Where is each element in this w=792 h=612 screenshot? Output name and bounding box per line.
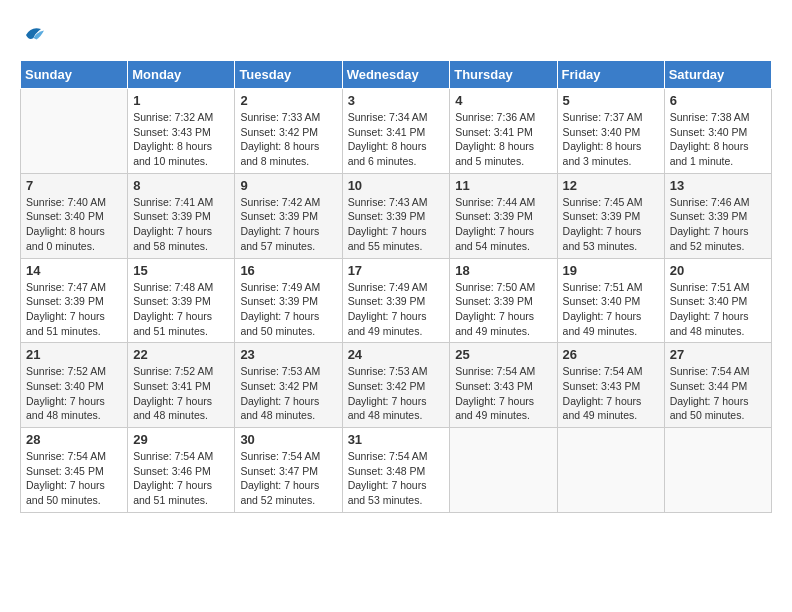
calendar-cell: 11Sunrise: 7:44 AM Sunset: 3:39 PM Dayli… — [450, 173, 557, 258]
day-number: 29 — [133, 432, 229, 447]
calendar-cell: 27Sunrise: 7:54 AM Sunset: 3:44 PM Dayli… — [664, 343, 771, 428]
day-info: Sunrise: 7:54 AM Sunset: 3:45 PM Dayligh… — [26, 449, 122, 508]
day-info: Sunrise: 7:54 AM Sunset: 3:48 PM Dayligh… — [348, 449, 445, 508]
day-number: 8 — [133, 178, 229, 193]
day-number: 25 — [455, 347, 551, 362]
day-info: Sunrise: 7:36 AM Sunset: 3:41 PM Dayligh… — [455, 110, 551, 169]
day-info: Sunrise: 7:32 AM Sunset: 3:43 PM Dayligh… — [133, 110, 229, 169]
day-info: Sunrise: 7:54 AM Sunset: 3:47 PM Dayligh… — [240, 449, 336, 508]
calendar-cell — [21, 89, 128, 174]
calendar-cell: 26Sunrise: 7:54 AM Sunset: 3:43 PM Dayli… — [557, 343, 664, 428]
calendar-cell: 28Sunrise: 7:54 AM Sunset: 3:45 PM Dayli… — [21, 428, 128, 513]
calendar-cell — [450, 428, 557, 513]
calendar-cell: 23Sunrise: 7:53 AM Sunset: 3:42 PM Dayli… — [235, 343, 342, 428]
calendar-cell: 8Sunrise: 7:41 AM Sunset: 3:39 PM Daylig… — [128, 173, 235, 258]
calendar-week-5: 28Sunrise: 7:54 AM Sunset: 3:45 PM Dayli… — [21, 428, 772, 513]
day-number: 5 — [563, 93, 659, 108]
calendar-cell: 5Sunrise: 7:37 AM Sunset: 3:40 PM Daylig… — [557, 89, 664, 174]
calendar-cell: 17Sunrise: 7:49 AM Sunset: 3:39 PM Dayli… — [342, 258, 450, 343]
day-info: Sunrise: 7:40 AM Sunset: 3:40 PM Dayligh… — [26, 195, 122, 254]
calendar-cell: 18Sunrise: 7:50 AM Sunset: 3:39 PM Dayli… — [450, 258, 557, 343]
day-info: Sunrise: 7:34 AM Sunset: 3:41 PM Dayligh… — [348, 110, 445, 169]
day-number: 21 — [26, 347, 122, 362]
day-info: Sunrise: 7:42 AM Sunset: 3:39 PM Dayligh… — [240, 195, 336, 254]
day-number: 28 — [26, 432, 122, 447]
calendar-cell: 14Sunrise: 7:47 AM Sunset: 3:39 PM Dayli… — [21, 258, 128, 343]
day-number: 19 — [563, 263, 659, 278]
day-number: 31 — [348, 432, 445, 447]
day-number: 30 — [240, 432, 336, 447]
calendar-cell: 25Sunrise: 7:54 AM Sunset: 3:43 PM Dayli… — [450, 343, 557, 428]
calendar-cell: 6Sunrise: 7:38 AM Sunset: 3:40 PM Daylig… — [664, 89, 771, 174]
calendar-cell: 30Sunrise: 7:54 AM Sunset: 3:47 PM Dayli… — [235, 428, 342, 513]
calendar-week-4: 21Sunrise: 7:52 AM Sunset: 3:40 PM Dayli… — [21, 343, 772, 428]
calendar-table: SundayMondayTuesdayWednesdayThursdayFrid… — [20, 60, 772, 513]
weekday-header-saturday: Saturday — [664, 61, 771, 89]
day-info: Sunrise: 7:54 AM Sunset: 3:46 PM Dayligh… — [133, 449, 229, 508]
day-number: 10 — [348, 178, 445, 193]
day-info: Sunrise: 7:33 AM Sunset: 3:42 PM Dayligh… — [240, 110, 336, 169]
weekday-header-thursday: Thursday — [450, 61, 557, 89]
day-number: 26 — [563, 347, 659, 362]
page-header — [20, 20, 772, 50]
logo — [20, 20, 54, 50]
day-number: 7 — [26, 178, 122, 193]
calendar-cell: 3Sunrise: 7:34 AM Sunset: 3:41 PM Daylig… — [342, 89, 450, 174]
calendar-cell: 10Sunrise: 7:43 AM Sunset: 3:39 PM Dayli… — [342, 173, 450, 258]
calendar-cell: 22Sunrise: 7:52 AM Sunset: 3:41 PM Dayli… — [128, 343, 235, 428]
day-number: 1 — [133, 93, 229, 108]
logo-icon — [20, 20, 50, 50]
day-number: 16 — [240, 263, 336, 278]
day-number: 12 — [563, 178, 659, 193]
weekday-header-wednesday: Wednesday — [342, 61, 450, 89]
calendar-cell: 13Sunrise: 7:46 AM Sunset: 3:39 PM Dayli… — [664, 173, 771, 258]
day-info: Sunrise: 7:45 AM Sunset: 3:39 PM Dayligh… — [563, 195, 659, 254]
day-info: Sunrise: 7:44 AM Sunset: 3:39 PM Dayligh… — [455, 195, 551, 254]
day-info: Sunrise: 7:53 AM Sunset: 3:42 PM Dayligh… — [240, 364, 336, 423]
calendar-cell — [664, 428, 771, 513]
day-number: 18 — [455, 263, 551, 278]
day-info: Sunrise: 7:37 AM Sunset: 3:40 PM Dayligh… — [563, 110, 659, 169]
day-number: 11 — [455, 178, 551, 193]
weekday-header-sunday: Sunday — [21, 61, 128, 89]
day-number: 2 — [240, 93, 336, 108]
weekday-header-monday: Monday — [128, 61, 235, 89]
calendar-cell: 24Sunrise: 7:53 AM Sunset: 3:42 PM Dayli… — [342, 343, 450, 428]
calendar-week-1: 1Sunrise: 7:32 AM Sunset: 3:43 PM Daylig… — [21, 89, 772, 174]
day-number: 15 — [133, 263, 229, 278]
day-info: Sunrise: 7:51 AM Sunset: 3:40 PM Dayligh… — [670, 280, 766, 339]
day-info: Sunrise: 7:52 AM Sunset: 3:40 PM Dayligh… — [26, 364, 122, 423]
day-info: Sunrise: 7:50 AM Sunset: 3:39 PM Dayligh… — [455, 280, 551, 339]
calendar-cell: 2Sunrise: 7:33 AM Sunset: 3:42 PM Daylig… — [235, 89, 342, 174]
day-number: 20 — [670, 263, 766, 278]
calendar-cell: 9Sunrise: 7:42 AM Sunset: 3:39 PM Daylig… — [235, 173, 342, 258]
day-info: Sunrise: 7:49 AM Sunset: 3:39 PM Dayligh… — [348, 280, 445, 339]
weekday-header-row: SundayMondayTuesdayWednesdayThursdayFrid… — [21, 61, 772, 89]
calendar-cell: 20Sunrise: 7:51 AM Sunset: 3:40 PM Dayli… — [664, 258, 771, 343]
day-info: Sunrise: 7:54 AM Sunset: 3:43 PM Dayligh… — [563, 364, 659, 423]
weekday-header-friday: Friday — [557, 61, 664, 89]
calendar-week-2: 7Sunrise: 7:40 AM Sunset: 3:40 PM Daylig… — [21, 173, 772, 258]
calendar-cell: 15Sunrise: 7:48 AM Sunset: 3:39 PM Dayli… — [128, 258, 235, 343]
day-info: Sunrise: 7:53 AM Sunset: 3:42 PM Dayligh… — [348, 364, 445, 423]
day-number: 9 — [240, 178, 336, 193]
weekday-header-tuesday: Tuesday — [235, 61, 342, 89]
calendar-cell: 29Sunrise: 7:54 AM Sunset: 3:46 PM Dayli… — [128, 428, 235, 513]
calendar-cell: 7Sunrise: 7:40 AM Sunset: 3:40 PM Daylig… — [21, 173, 128, 258]
day-info: Sunrise: 7:47 AM Sunset: 3:39 PM Dayligh… — [26, 280, 122, 339]
calendar-cell: 21Sunrise: 7:52 AM Sunset: 3:40 PM Dayli… — [21, 343, 128, 428]
day-number: 27 — [670, 347, 766, 362]
day-number: 3 — [348, 93, 445, 108]
day-number: 6 — [670, 93, 766, 108]
calendar-cell: 4Sunrise: 7:36 AM Sunset: 3:41 PM Daylig… — [450, 89, 557, 174]
day-number: 14 — [26, 263, 122, 278]
day-info: Sunrise: 7:52 AM Sunset: 3:41 PM Dayligh… — [133, 364, 229, 423]
calendar-cell: 1Sunrise: 7:32 AM Sunset: 3:43 PM Daylig… — [128, 89, 235, 174]
day-info: Sunrise: 7:54 AM Sunset: 3:43 PM Dayligh… — [455, 364, 551, 423]
day-number: 4 — [455, 93, 551, 108]
day-number: 23 — [240, 347, 336, 362]
day-number: 24 — [348, 347, 445, 362]
calendar-cell — [557, 428, 664, 513]
day-info: Sunrise: 7:54 AM Sunset: 3:44 PM Dayligh… — [670, 364, 766, 423]
day-number: 17 — [348, 263, 445, 278]
